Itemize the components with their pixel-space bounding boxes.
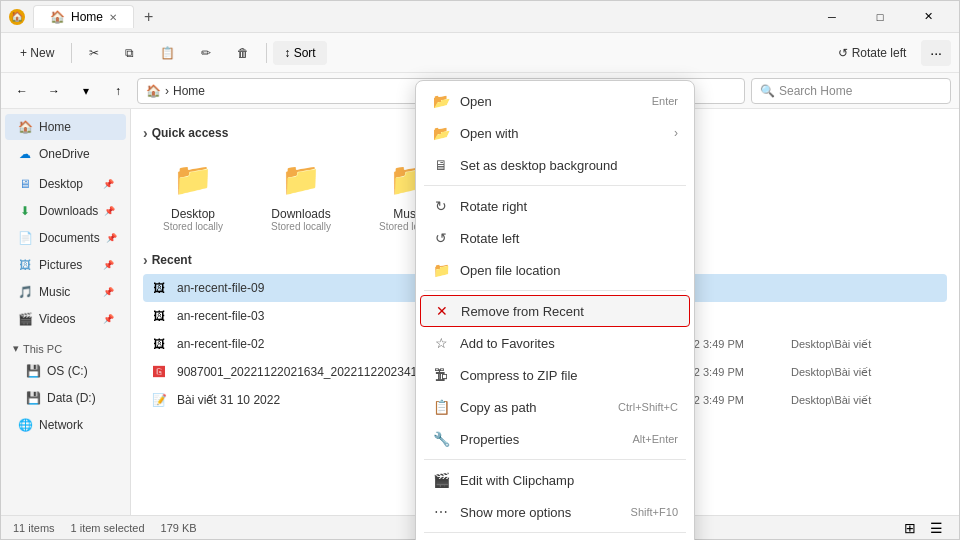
up-button[interactable]: ↑ [105,78,131,104]
forward-button[interactable]: → [41,78,67,104]
copy-icon: ⧉ [125,46,134,60]
qa-downloads-icon: 📁 [277,155,325,203]
sidebar-item-pictures[interactable]: 🖼 Pictures 📌 [5,252,126,278]
cm-open[interactable]: 📂 Open Enter [416,85,694,117]
cm-more-icon: ⋯ [432,503,450,521]
sidebar-item-onedrive[interactable]: ☁ OneDrive [5,141,126,167]
cm-open-location-label: Open file location [460,263,678,278]
path-home-icon: 🏠 [146,84,161,98]
window-controls: ─ □ ✕ [809,1,951,33]
tab-close-icon[interactable]: ✕ [109,12,117,23]
file-loc-3: Desktop\Bài viết [791,366,941,379]
cm-remove-icon: ✕ [433,302,451,320]
rotate-left-button[interactable]: ↺ Rotate left [827,41,917,65]
sidebar-item-videos[interactable]: 🎬 Videos 📌 [5,306,126,332]
paste-button[interactable]: 📋 [149,41,186,65]
cm-rotate-left[interactable]: ↺ Rotate left [416,222,694,254]
cm-copy-path[interactable]: 📋 Copy as path Ctrl+Shift+C [416,391,694,423]
qa-desktop-sub: Stored locally [163,221,223,232]
sidebar-item-music[interactable]: 🎵 Music 📌 [5,279,126,305]
new-button[interactable]: + New [9,41,65,65]
downloads-pin-icon: 📌 [104,206,115,216]
sidebar-item-data[interactable]: 💾 Data (D:) [5,385,126,411]
cm-open-with[interactable]: 📂 Open with › [416,117,694,149]
rename-button[interactable]: ✏ [190,41,222,65]
delete-button[interactable]: 🗑 [226,41,260,65]
close-button[interactable]: ✕ [905,1,951,33]
sidebar-network-label: Network [39,418,83,432]
cm-copy-path-label: Copy as path [460,400,608,415]
cm-rotate-left-icon: ↺ [432,229,450,247]
sidebar-group-thispc[interactable]: ▾ This PC [1,336,130,357]
tab-list: 🏠 Home ✕ + [33,4,163,30]
cm-properties-icon: 🔧 [432,430,450,448]
title-bar: 🏠 🏠 Home ✕ + ─ □ ✕ [1,1,959,33]
search-icon: 🔍 [760,84,775,98]
cm-more-label: Show more options [460,505,621,520]
cm-compress[interactable]: 🗜 Compress to ZIP file [416,359,694,391]
sidebar-home-label: Home [39,120,71,134]
cm-open-with-arrow: › [674,126,678,140]
cm-clipchamp[interactable]: 🎬 Edit with Clipchamp [416,464,694,496]
more-options-button[interactable]: ··· [921,40,951,66]
cm-add-favorites[interactable]: ☆ Add to Favorites [416,327,694,359]
rename-icon: ✏ [201,46,211,60]
copy-button[interactable]: ⧉ [114,41,145,65]
qa-item-downloads[interactable]: 📁 Downloads Stored locally [251,147,351,240]
cm-sep-4 [424,532,686,533]
cm-rotate-right[interactable]: ↻ Rotate right [416,190,694,222]
cm-more-shortcut: Shift+F10 [631,506,678,518]
sort-button[interactable]: ↕ Sort [273,41,326,65]
cm-set-desktop-icon: 🖥 [432,156,450,174]
cm-sep-1 [424,185,686,186]
maximize-button[interactable]: □ [857,1,903,33]
sidebar: 🏠 Home ☁ OneDrive 🖥 Desktop 📌 ⬇ Download… [1,109,131,515]
cm-set-desktop[interactable]: 🖥 Set as desktop background [416,149,694,181]
minimize-button[interactable]: ─ [809,1,855,33]
sidebar-item-osc[interactable]: 💾 OS (C:) [5,358,126,384]
sidebar-item-documents[interactable]: 📄 Documents 📌 [5,225,126,251]
search-box[interactable]: 🔍 Search Home [751,78,951,104]
qa-desktop-icon: 📁 [169,155,217,203]
cm-remove-recent[interactable]: ✕ Remove from Recent [420,295,690,327]
sidebar-item-downloads[interactable]: ⬇ Downloads 📌 [5,198,126,224]
grid-view-button[interactable]: ⊞ [899,517,921,539]
videos-pin-icon: 📌 [103,314,114,324]
music-pin-icon: 📌 [103,287,114,297]
new-tab-button[interactable]: + [134,4,163,30]
recent-locations-button[interactable]: ▾ [73,78,99,104]
file-icon-0: 🖼 [149,278,169,298]
toolbar-separator-2 [266,43,267,63]
cm-properties[interactable]: 🔧 Properties Alt+Enter [416,423,694,455]
sidebar-item-desktop[interactable]: 🖥 Desktop 📌 [5,171,126,197]
qa-item-desktop[interactable]: 📁 Desktop Stored locally [143,147,243,240]
cm-more-options[interactable]: ⋯ Show more options Shift+F10 [416,496,694,528]
sidebar-music-label: Music [39,285,70,299]
home-icon: 🏠 [17,119,33,135]
cm-open-location[interactable]: 📁 Open file location [416,254,694,286]
sidebar-onedrive-label: OneDrive [39,147,90,161]
tab-home[interactable]: 🏠 Home ✕ [33,5,134,28]
file-icon-4: 📝 [149,390,169,410]
cut-button[interactable]: ✂ [78,41,110,65]
cm-sep-2 [424,290,686,291]
sidebar-item-home[interactable]: 🏠 Home [5,114,126,140]
back-button[interactable]: ← [9,78,35,104]
paste-icon: 📋 [160,46,175,60]
cm-open-icon: 📂 [432,92,450,110]
qa-desktop-name: Desktop [171,207,215,221]
sidebar-item-network[interactable]: 🌐 Network [5,412,126,438]
list-view-button[interactable]: ☰ [925,517,947,539]
cm-remove-label: Remove from Recent [461,304,677,319]
context-menu: 📂 Open Enter 📂 Open with › 🖥 Set as desk… [415,80,695,540]
sidebar-desktop-label: Desktop [39,177,83,191]
documents-folder-icon: 📄 [17,230,33,246]
delete-icon: 🗑 [237,46,249,60]
cm-compress-icon: 🗜 [432,366,450,384]
cm-rotate-right-icon: ↻ [432,197,450,215]
file-icon-2: 🖼 [149,334,169,354]
osc-drive-icon: 💾 [25,363,41,379]
downloads-folder-icon: ⬇ [17,203,33,219]
file-loc-2: Desktop\Bài viết [791,338,941,351]
toolbar: + New ✂ ⧉ 📋 ✏ 🗑 ↕ Sort ↺ Rotate left ··· [1,33,959,73]
